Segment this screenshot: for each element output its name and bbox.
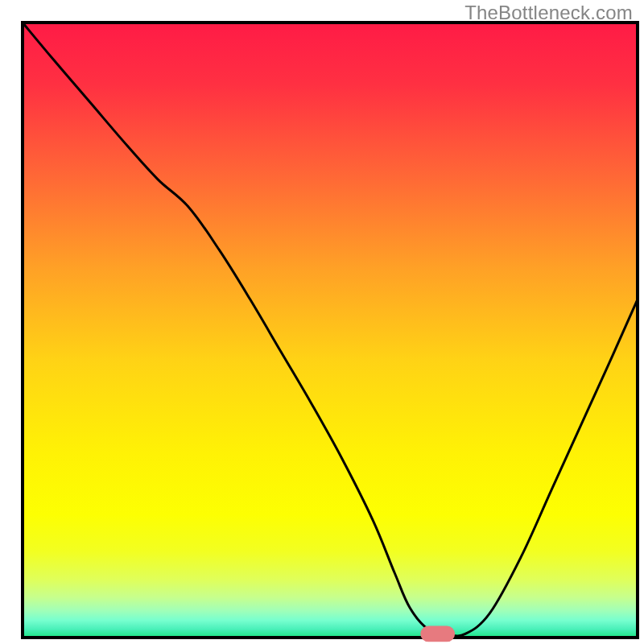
gradient-background	[23, 23, 638, 638]
chart-container: { "watermark": "TheBottleneck.com", "cha…	[0, 0, 644, 644]
watermark-text: TheBottleneck.com	[464, 2, 633, 24]
optimal-marker	[420, 625, 455, 642]
bottleneck-chart	[0, 0, 644, 644]
